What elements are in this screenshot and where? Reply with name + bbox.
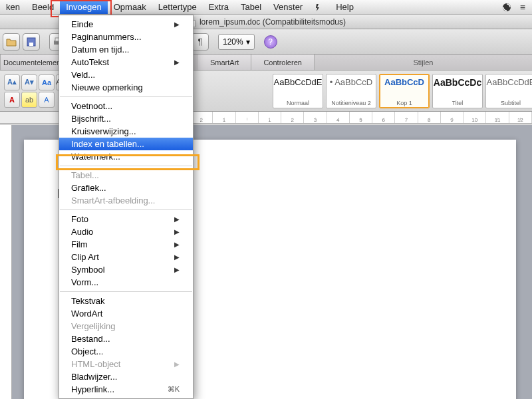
menu-tekstvak[interactable]: Tekstvak xyxy=(59,295,193,307)
menu-bestand[interactable]: Bestand... xyxy=(59,332,193,345)
menu-separator xyxy=(60,96,192,97)
font-color-button[interactable]: A xyxy=(4,92,20,108)
menu-audio[interactable]: Audio▶ xyxy=(59,225,193,238)
style-sample: AaBbCcD xyxy=(384,77,424,87)
menu-vorm[interactable]: Vorm... xyxy=(59,276,193,289)
menu-veld[interactable]: Veld... xyxy=(59,68,193,81)
menu-film[interactable]: Film▶ xyxy=(59,238,193,251)
menu-item-label: Tekstvak xyxy=(71,296,105,306)
ruler-tick: 7 xyxy=(395,112,418,124)
menu-autotekst[interactable]: AutoTekst▶ xyxy=(59,56,193,68)
char-style-button[interactable]: A xyxy=(39,92,55,108)
tab-controleren[interactable]: Controleren xyxy=(251,55,314,70)
menu-item-opmaak[interactable]: Opmaak xyxy=(108,0,152,14)
submenu-arrow-icon: ▶ xyxy=(174,253,180,261)
submenu-arrow-icon: ▶ xyxy=(174,21,180,28)
menu-bladwijzer[interactable]: Bladwijzer... xyxy=(59,370,193,383)
menu-grafiek[interactable]: Grafiek... xyxy=(59,182,193,194)
zoom-selector[interactable]: 120%▾ xyxy=(218,34,255,50)
menu-item-script[interactable] xyxy=(309,0,330,14)
style-titel[interactable]: AaBbCcDcTitel xyxy=(432,74,483,108)
menu-item-help[interactable]: Help xyxy=(330,0,360,14)
tab-smartart[interactable]: SmartArt xyxy=(198,55,251,70)
menu-item-label: Kruisverwijzing... xyxy=(71,126,136,136)
help-button[interactable]: ? xyxy=(264,35,277,49)
ruler-tick: 5 xyxy=(350,112,372,124)
ruler-tick: 11 xyxy=(486,112,509,124)
style-normaal[interactable]: AaBbCcDdENormaal xyxy=(273,74,323,108)
submenu-arrow-icon: ▶ xyxy=(174,228,180,235)
menu-item-tabel[interactable]: Tabel xyxy=(235,0,267,14)
menu-item-beeld[interactable]: Beeld xyxy=(26,0,60,14)
menu-item-label: Watermerk... xyxy=(71,152,120,162)
tab-documentelementen[interactable]: Documentelemen xyxy=(0,55,68,70)
ruler-tick: 6 xyxy=(372,112,395,124)
font-shrink-button[interactable]: A▾ xyxy=(21,74,37,90)
menu-paginanummers[interactable]: Paginanummers... xyxy=(59,31,193,43)
styles-pane-button[interactable]: Aa xyxy=(39,74,55,90)
menu-item-label: Voetnoot... xyxy=(71,101,112,111)
menu-foto[interactable]: Foto▶ xyxy=(59,213,193,225)
menu-datum-en-tijd[interactable]: Datum en tijd... xyxy=(59,43,193,56)
menu-separator xyxy=(60,166,192,166)
mac-menubar: ken Beeld Invoegen Opmaak Lettertype Ext… xyxy=(0,0,532,15)
style-label: Titel xyxy=(452,100,464,106)
menu-item-label: Einde xyxy=(71,19,93,29)
style-notitieniveau-2[interactable]: • AaBbCcDNotitieniveau 2 xyxy=(326,74,376,108)
menu-shortcut: ⌘K xyxy=(168,385,180,394)
style-label: Kop 1 xyxy=(396,100,412,106)
ruler-tick: 10 xyxy=(464,112,486,124)
save-button[interactable] xyxy=(23,33,40,51)
style-label: Notitieniveau 2 xyxy=(331,100,371,106)
vertical-ruler[interactable] xyxy=(0,125,12,399)
menu-clip-art[interactable]: Clip Art▶ xyxy=(59,251,193,263)
menu-item-lettertype[interactable]: Lettertype xyxy=(152,0,203,14)
ruler-tick: 12 xyxy=(509,112,532,124)
menu-item-venster[interactable]: Venster xyxy=(267,0,309,14)
menu-html-object: HTML-object▶ xyxy=(59,358,193,370)
menu-hyperlink[interactable]: Hyperlink...⌘K xyxy=(59,383,193,396)
menu-item-label: Bijschrift... xyxy=(71,114,111,124)
menu-item-label: Symbool xyxy=(71,265,105,275)
ruler-tick: 2 xyxy=(190,112,213,124)
highlight-button[interactable]: ab xyxy=(21,92,37,108)
menu-separator xyxy=(60,291,192,292)
menu-item-extra[interactable]: Extra xyxy=(203,0,235,14)
style-sample: AaBbCcDdE xyxy=(274,77,323,87)
zoom-value: 120% xyxy=(223,37,243,47)
menu-item-label: Vorm... xyxy=(71,277,98,287)
font-grow-button[interactable]: A▴ xyxy=(4,74,20,90)
menu-symbool[interactable]: Symbool▶ xyxy=(59,263,193,276)
menu-kruisverwijzing[interactable]: Kruisverwijzing... xyxy=(59,125,193,138)
menu-object[interactable]: Object... xyxy=(59,345,193,358)
submenu-arrow-icon: ▶ xyxy=(174,241,180,248)
menu-item-label: Tabel... xyxy=(71,170,99,180)
menu-tabel: Tabel... xyxy=(59,169,193,182)
style-subtitel[interactable]: AaBbCcDdESubtitel xyxy=(485,74,532,108)
svg-point-0 xyxy=(503,3,511,11)
style-label: Subtitel xyxy=(501,100,521,106)
menu-bijschrift[interactable]: Bijschrift... xyxy=(59,112,193,125)
menu-item-label: Veld... xyxy=(71,70,95,80)
submenu-arrow-icon: ▶ xyxy=(174,266,180,273)
menu-voetnoot[interactable]: Voetnoot... xyxy=(59,100,193,112)
menu-index-en-tabellen[interactable]: Index en tabellen... xyxy=(59,138,193,150)
open-button[interactable] xyxy=(3,33,20,51)
show-hide-button[interactable]: ¶ xyxy=(192,33,209,51)
menu-item-partial[interactable]: ken xyxy=(0,0,26,14)
menu-einde[interactable]: Einde▶ xyxy=(59,18,193,31)
ruler-tick xyxy=(236,112,259,124)
style-kop-1[interactable]: AaBbCcDKop 1 xyxy=(379,74,430,108)
menu-item-label: SmartArt-afbeelding... xyxy=(71,196,155,205)
menu-watermerk[interactable]: Watermerk... xyxy=(59,150,193,163)
menu-item-label: Nieuwe opmerking xyxy=(71,82,143,92)
menu-item-invoegen[interactable]: Invoegen xyxy=(60,0,108,14)
menubar-extra-icon[interactable]: ≡ xyxy=(520,2,525,13)
sync-icon[interactable] xyxy=(501,2,512,13)
ruler-tick: 4 xyxy=(327,112,350,124)
svg-rect-2 xyxy=(29,43,33,46)
menu-nieuwe-opmerking[interactable]: Nieuwe opmerking xyxy=(59,81,193,94)
menu-item-label: Grafiek... xyxy=(71,183,106,193)
menu-smartart-afbeelding: SmartArt-afbeelding... xyxy=(59,194,193,207)
menu-wordart[interactable]: WordArt xyxy=(59,307,193,320)
